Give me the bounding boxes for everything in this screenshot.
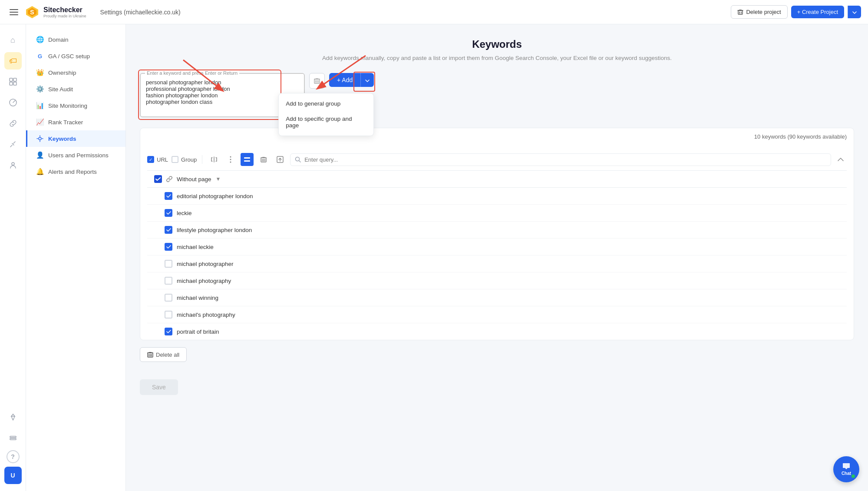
url-checkbox-wrapper[interactable]: ✓ URL [147,156,168,163]
row-label-8: michael's photography [177,312,235,318]
table-row: michael photography [147,272,847,289]
table-row: michael winning [147,289,847,306]
table-row: michael leckie [147,239,847,255]
site-audit-icon: ⚙️ [36,85,44,93]
delete-rows-button[interactable] [257,153,270,166]
row-checkbox-5[interactable] [165,260,172,268]
row-checkbox-8[interactable] [165,311,172,318]
row-checkbox-7[interactable] [165,294,172,302]
dropdown-item-specific[interactable]: Add to specific group and page [279,111,373,133]
sidebar-item-keywords[interactable]: Keywords [26,130,125,147]
create-project-label: + Create Project [797,9,838,15]
sidebar-item-keywords-label: Keywords [48,136,76,142]
row-checkbox-6[interactable] [165,277,172,285]
table-group-header[interactable]: Without page ▼ [147,171,847,188]
table-row: michael's photography [147,306,847,323]
svg-rect-9 [10,82,13,85]
hamburger-menu[interactable] [7,5,21,19]
sidebar-icon-links[interactable] [4,115,22,132]
link-icon [166,176,172,182]
row-label-4: michael leckie [177,244,214,250]
logo[interactable]: S Sitechecker Proudly made in Ukraine [24,4,86,20]
sidebar-item-ownership[interactable]: 👑 Ownership [26,64,125,81]
sidebar-item-ga-gsc[interactable]: G GA / GSC setup [26,48,125,64]
group-label: Group [181,156,197,163]
ga-gsc-icon: G [36,52,44,60]
create-project-dropdown-button[interactable] [848,6,861,18]
sidebar-item-rank-tracker[interactable]: 📈 Rank Tracker [26,114,125,130]
sidebar-icon-users[interactable] [4,156,22,174]
collapse-button[interactable] [835,153,847,166]
create-project-button[interactable]: + Create Project [791,6,844,18]
settings-sidebar: 🌐 Domain G GA / GSC setup 👑 Ownership ⚙️… [26,24,126,491]
sidebar-icon-grid[interactable] [4,73,22,90]
topnav-actions: Delete project + Create Project [731,5,861,19]
split-icon-button[interactable] [208,153,221,166]
sidebar-icon-dashboard[interactable]: 🏷 [4,52,22,70]
save-button[interactable]: Save [140,379,178,395]
keywords-icon [36,135,44,143]
sidebar-item-rank-tracker-label: Rank Tracker [48,119,83,126]
sidebar-icon-layers[interactable] [4,429,22,447]
ownership-icon: 👑 [36,69,44,76]
group-chevron-icon: ▼ [216,176,221,182]
svg-rect-13 [10,436,16,438]
select-button[interactable] [241,153,254,166]
users-permissions-icon: 👤 [36,151,44,159]
sidebar-icon-help[interactable]: ? [7,450,20,463]
delete-icon-button[interactable] [309,73,325,89]
dropdown-item-specific-label: Add to specific group and page [286,116,352,129]
svg-point-15 [39,137,41,140]
table-row: portrait of britain [147,323,847,340]
row-checkbox-2[interactable] [165,209,172,217]
settings-title: Settings (michaelleckie.co.uk) [100,9,181,16]
delete-all-button[interactable]: Delete all [140,347,187,362]
group-checkbox-wrapper[interactable]: Group [172,156,197,163]
app-tagline: Proudly made in Ukraine [43,14,86,18]
svg-rect-23 [244,160,250,162]
save-label: Save [152,384,166,391]
export-button[interactable] [274,153,287,166]
sidebar-icon-tools[interactable] [4,136,22,153]
group-select-all-checkbox[interactable] [154,175,162,183]
dropdown-item-general[interactable]: Add to general group [279,96,373,111]
row-checkbox-3[interactable] [165,226,172,234]
sidebar-item-site-audit[interactable]: ⚙️ Site Audit [26,81,125,97]
add-dropdown-menu: Add to general group Add to specific gro… [278,93,374,136]
svg-rect-10 [13,82,17,85]
sidebar-item-domain[interactable]: 🌐 Domain [26,31,125,48]
add-dropdown-button[interactable] [360,73,374,87]
domain-icon: 🌐 [36,36,44,43]
sidebar-icon-diamond[interactable] [4,408,22,426]
row-label-7: michael winning [177,295,218,301]
row-label-3: lifestyle photographer london [177,227,252,233]
row-checkbox-1[interactable] [165,192,172,200]
search-input[interactable] [304,156,826,163]
delete-project-label: Delete project [746,9,781,15]
row-checkbox-4[interactable] [165,243,172,251]
table-controls: ✓ URL Group [147,149,847,171]
sidebar-item-alerts-reports[interactable]: 🔔 Alerts and Reports [26,163,125,180]
main-content: Keywords Add keywords manually, copy and… [126,24,868,491]
svg-text:S: S [30,9,34,16]
top-navigation: S Sitechecker Proudly made in Ukraine Se… [0,0,868,24]
row-checkbox-9[interactable] [165,328,172,335]
user-avatar[interactable]: U [4,467,22,484]
keywords-description: Add keywords manually, copy and paste a … [140,54,854,63]
search-wrapper [290,153,831,166]
delete-project-button[interactable]: Delete project [731,5,787,19]
sidebar-icon-analytics[interactable] [4,94,22,111]
url-checkbox[interactable]: ✓ [147,156,154,163]
add-button[interactable]: + Add [329,73,360,87]
more-icon-button[interactable] [224,153,237,166]
sidebar-icon-home[interactable]: ⌂ [4,31,22,49]
chat-button[interactable]: Chat [833,456,859,482]
sidebar-item-users-permissions[interactable]: 👤 Users and Permissions [26,147,125,163]
sidebar-item-site-monitoring[interactable]: 📊 Site Monitoring [26,97,125,114]
group-checkbox[interactable] [172,156,178,163]
svg-rect-1 [10,12,18,13]
add-button-label: + Add [337,76,353,83]
delete-all-label: Delete all [156,352,179,358]
row-label-1: editorial photographer london [177,193,253,199]
svg-point-21 [230,162,231,163]
